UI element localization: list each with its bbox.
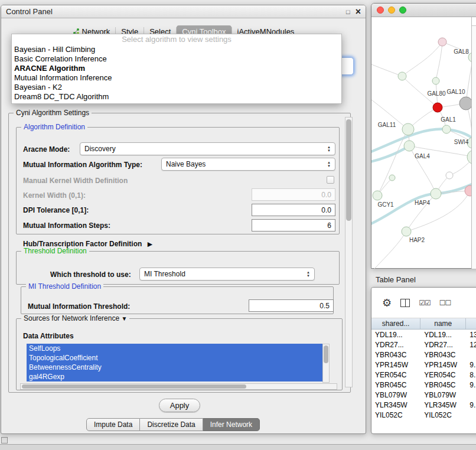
- dropdown-prompt: Select algorithm to view settings: [12, 34, 341, 45]
- hub-definition-toggle[interactable]: Hub/Transcription Factor Definition ▶: [23, 240, 152, 248]
- network-node-label: HAP4: [415, 200, 431, 206]
- table-cell: YDR27...: [420, 341, 466, 349]
- table-cell: YLR345W: [420, 401, 466, 409]
- select-all-checkboxes-icon[interactable]: ☑☑: [419, 299, 431, 307]
- table-row[interactable]: YBR045CYBR045C9.: [371, 380, 476, 390]
- network-edge[interactable]: [436, 42, 442, 81]
- table-header: shared... name: [371, 318, 476, 330]
- network-node[interactable]: [402, 123, 414, 135]
- network-vertical-scrollbar[interactable]: [471, 17, 476, 269]
- attribute-list-item[interactable]: SelfLoops: [27, 344, 322, 353]
- desktop: Control Panel □ × Network Style Select C…: [0, 0, 476, 450]
- mi-threshold-legend: MI Threshold Definition: [26, 282, 103, 291]
- attribute-list-item[interactable]: TopologicalCoefficient: [27, 353, 322, 363]
- mi-algorithm-type-select[interactable]: Naive Bayes ▲▼: [161, 158, 335, 171]
- gear-icon[interactable]: ⚙: [382, 296, 392, 309]
- algorithm-definition-legend: Algorithm Definition: [21, 123, 87, 131]
- bottom-panel-strip: [0, 444, 476, 450]
- kernel-width-input[interactable]: 0.0: [252, 188, 335, 201]
- apply-button[interactable]: Apply: [159, 399, 200, 412]
- table-cell: YDL19...: [371, 331, 420, 339]
- attribute-list-item[interactable]: gal4RGexp: [27, 372, 322, 381]
- dpi-tolerance-input[interactable]: 0.0: [252, 204, 335, 216]
- network-node[interactable]: [404, 141, 415, 151]
- minimize-traffic-light[interactable]: [388, 6, 395, 14]
- table-cell: YBL079W: [371, 391, 420, 399]
- network-node[interactable]: [459, 97, 472, 110]
- table-cell: YIL052C: [371, 411, 420, 419]
- columns-icon[interactable]: [400, 299, 410, 307]
- table-row[interactable]: YER054CYER054C8.: [371, 370, 476, 380]
- sources-horizontal-scrollbar[interactable]: [20, 383, 337, 390]
- manual-kernel-width-checkbox[interactable]: [327, 176, 334, 184]
- aracne-mode-select[interactable]: Discovery ▲▼: [80, 142, 335, 155]
- attribute-list-item[interactable]: BetweennessCentrality: [27, 363, 322, 372]
- collapse-down-icon: ▼: [121, 315, 127, 322]
- dropdown-option[interactable]: Dream8 DC_TDC Algorithm: [12, 92, 341, 102]
- selected-value: MI Threshold: [144, 270, 303, 278]
- network-node-label: SWI4: [454, 139, 469, 145]
- network-node[interactable]: [389, 175, 395, 181]
- dropdown-option[interactable]: Mutual Information Inference: [12, 73, 341, 83]
- float-window-icon[interactable]: □: [346, 8, 350, 15]
- network-edge[interactable]: [371, 64, 402, 76]
- algorithm-dropdown-popup: Select algorithm to view settings Bayesi…: [11, 34, 342, 104]
- zoom-traffic-light[interactable]: [399, 6, 406, 14]
- mi-steps-input[interactable]: 6: [252, 219, 335, 231]
- scrollbar-thumb[interactable]: [22, 384, 246, 389]
- column-header-shared-name[interactable]: shared...: [371, 318, 420, 329]
- table-cell: YER054C: [371, 371, 420, 379]
- table-cell: YER054C: [420, 371, 466, 379]
- dropdown-option[interactable]: Basic Correlation Inference: [12, 54, 341, 64]
- network-node[interactable]: [402, 227, 411, 236]
- attributes-list-scrollbar[interactable]: [322, 344, 330, 383]
- network-node-label: GAL10: [446, 89, 465, 95]
- data-attributes-list[interactable]: SelfLoopsTopologicalCoefficientBetweenne…: [27, 344, 322, 381]
- network-node[interactable]: [431, 188, 441, 199]
- network-graph[interactable]: GAL8GAL80GAL10GAL11GAL1SWI4GAL4GCY1HAP4Y…: [371, 17, 472, 269]
- network-node[interactable]: [433, 103, 442, 112]
- network-node[interactable]: [446, 172, 453, 179]
- tab-impute-data[interactable]: Impute Data: [86, 418, 140, 431]
- close-traffic-light[interactable]: [377, 6, 384, 14]
- scrollbar-button[interactable]: [472, 17, 476, 26]
- column-header-name[interactable]: name: [420, 318, 466, 329]
- network-node-label: GCY1: [377, 201, 394, 208]
- network-node-label: GAL80: [427, 90, 446, 97]
- scrollbar-thumb[interactable]: [324, 345, 328, 363]
- table-row[interactable]: YBL079WYBL079W: [371, 390, 476, 400]
- table-row[interactable]: YPR145WYPR145W9.: [371, 360, 476, 370]
- settings-vertical-scrollbar[interactable]: [345, 117, 353, 387]
- table-row[interactable]: YIL052CYIL052C: [371, 410, 476, 420]
- mi-threshold-input[interactable]: 0.5: [249, 299, 334, 312]
- network-node[interactable]: [442, 125, 451, 133]
- column-header-extra[interactable]: [466, 318, 476, 329]
- network-node[interactable]: [432, 77, 439, 84]
- table-row[interactable]: YLR345WYLR345W9.: [371, 400, 476, 410]
- table-row[interactable]: YBR043CYBR043C: [371, 350, 476, 360]
- scrollbar-thumb[interactable]: [346, 119, 351, 221]
- tab-infer-network[interactable]: Infer Network: [203, 418, 260, 431]
- table-cell: YDL19...: [420, 331, 466, 339]
- which-threshold-select[interactable]: MI Threshold ▲▼: [139, 268, 315, 281]
- table-row[interactable]: YDR27...YDR27...12: [371, 340, 476, 350]
- dropdown-option[interactable]: Bayesian - K2: [12, 83, 341, 92]
- network-edge[interactable]: [374, 231, 406, 269]
- sources-legend[interactable]: Sources for Network Inference ▼: [21, 314, 129, 322]
- dock-icon[interactable]: [1, 437, 8, 444]
- close-window-icon[interactable]: ×: [356, 8, 361, 16]
- network-node[interactable]: [398, 72, 406, 80]
- network-node-label: GAL4: [415, 153, 430, 159]
- tab-discretize-data[interactable]: Discretize Data: [140, 418, 203, 431]
- table-row[interactable]: YDL19...YDL19...13: [371, 330, 476, 340]
- table-cell: 9.: [466, 381, 476, 389]
- combo-arrows-icon: ▲▼: [327, 161, 331, 168]
- dropdown-option[interactable]: Bayesian - Hill Climbing: [12, 45, 341, 54]
- dropdown-option[interactable]: ARACNE Algorithm: [12, 64, 341, 73]
- network-node[interactable]: [373, 191, 382, 200]
- deselect-all-checkboxes-icon[interactable]: ☐☐: [439, 299, 451, 307]
- network-node[interactable]: [438, 38, 446, 46]
- table-cell: 9.: [466, 401, 476, 409]
- network-edge[interactable]: [402, 42, 442, 76]
- table-cell: YPR145W: [371, 361, 420, 369]
